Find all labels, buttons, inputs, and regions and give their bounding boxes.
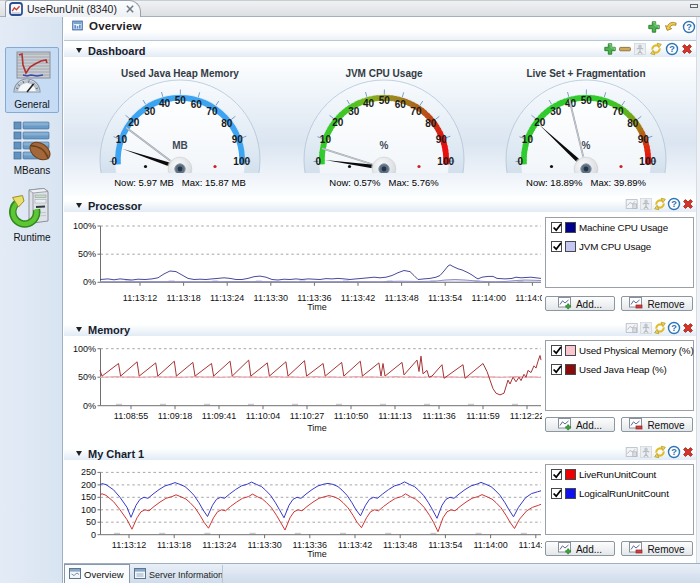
svg-text:20: 20 (534, 117, 546, 128)
svg-text:11:13:54: 11:13:54 (428, 540, 462, 550)
svg-text:0%: 0% (83, 401, 96, 411)
svg-text:90: 90 (638, 134, 650, 145)
svg-text:11:13:42: 11:13:42 (341, 293, 375, 303)
svg-text:11:13:18: 11:13:18 (157, 540, 191, 550)
svg-text:11:13:30: 11:13:30 (254, 293, 288, 303)
svg-text:100: 100 (437, 156, 454, 167)
svg-text:50: 50 (175, 95, 187, 106)
svg-text:150: 150 (81, 492, 96, 502)
svg-text:0: 0 (518, 156, 524, 167)
svg-text:50: 50 (379, 95, 391, 106)
svg-text:11:08:55: 11:08:55 (114, 411, 148, 421)
svg-text:30: 30 (144, 106, 156, 117)
svg-text:11:11:36: 11:11:36 (422, 411, 456, 421)
svg-text:11:13:42: 11:13:42 (338, 540, 372, 550)
svg-text:250: 250 (81, 467, 96, 477)
svg-text:0: 0 (91, 530, 96, 540)
svg-text:Time: Time (307, 423, 327, 433)
svg-text:60: 60 (191, 99, 203, 110)
svg-text:11:13:48: 11:13:48 (384, 293, 418, 303)
svg-text:60: 60 (597, 99, 609, 110)
svg-text:?: ? (671, 323, 677, 333)
svg-text:70: 70 (206, 106, 218, 117)
svg-text:40: 40 (363, 98, 375, 109)
svg-text:70: 70 (410, 106, 422, 117)
svg-text:?: ? (671, 447, 677, 457)
svg-text:50: 50 (581, 95, 593, 106)
svg-text:80: 80 (627, 118, 639, 129)
svg-text:60: 60 (395, 99, 407, 110)
svg-text:?: ? (671, 199, 677, 209)
svg-text:100: 100 (81, 505, 96, 515)
svg-text:11:13:12: 11:13:12 (123, 293, 157, 303)
svg-text:200: 200 (81, 480, 96, 490)
svg-text:?: ? (669, 44, 675, 54)
svg-text:100%: 100% (73, 221, 96, 231)
svg-text:%: % (380, 140, 389, 151)
svg-text:80: 80 (425, 118, 437, 129)
svg-text:11:10:27: 11:10:27 (290, 411, 324, 421)
svg-text:0: 0 (316, 156, 322, 167)
svg-text:11:13:30: 11:13:30 (247, 540, 281, 550)
svg-text:70: 70 (612, 106, 624, 117)
svg-text:100: 100 (233, 156, 250, 167)
svg-text:20: 20 (332, 117, 344, 128)
svg-text:10: 10 (522, 134, 534, 145)
svg-text:Time: Time (307, 302, 327, 312)
svg-text:11:13:18: 11:13:18 (166, 293, 200, 303)
svg-text:11:13:48: 11:13:48 (383, 540, 417, 550)
svg-text:11:13:24: 11:13:24 (210, 293, 244, 303)
svg-text:40: 40 (159, 98, 171, 109)
svg-text:11:12:22: 11:12:22 (510, 411, 542, 421)
svg-text:11:14:00: 11:14:00 (473, 540, 507, 550)
svg-text:90: 90 (436, 134, 448, 145)
svg-text:11:10:50: 11:10:50 (334, 411, 368, 421)
svg-text:11:11:13: 11:11:13 (378, 411, 412, 421)
svg-text:50%: 50% (78, 372, 96, 382)
svg-text:11:13:24: 11:13:24 (202, 540, 236, 550)
svg-text:10: 10 (116, 134, 128, 145)
svg-text:11:09:41: 11:09:41 (202, 411, 236, 421)
svg-text:100%: 100% (73, 344, 96, 354)
svg-text:11:14:06: 11:14:06 (515, 293, 542, 303)
svg-text:20: 20 (128, 117, 140, 128)
svg-text:11:10:04: 11:10:04 (246, 411, 280, 421)
svg-text:11:13:54: 11:13:54 (428, 293, 462, 303)
svg-text:10: 10 (320, 134, 332, 145)
svg-text:30: 30 (348, 106, 360, 117)
svg-text:11:11:59: 11:11:59 (466, 411, 500, 421)
svg-text:%: % (582, 140, 591, 151)
svg-text:50%: 50% (78, 249, 96, 259)
svg-text:90: 90 (232, 134, 244, 145)
svg-text:?: ? (686, 22, 692, 32)
svg-text:11:09:18: 11:09:18 (158, 411, 192, 421)
svg-text:0: 0 (112, 156, 118, 167)
svg-text:11:14:06: 11:14:06 (519, 540, 542, 550)
svg-text:50: 50 (86, 517, 96, 527)
svg-text:80: 80 (221, 118, 233, 129)
svg-text:0%: 0% (83, 277, 96, 287)
svg-text:30: 30 (550, 106, 562, 117)
svg-text:Time: Time (307, 549, 327, 559)
svg-text:100: 100 (639, 156, 656, 167)
svg-text:11:13:12: 11:13:12 (112, 540, 146, 550)
svg-text:11:14:00: 11:14:00 (472, 293, 506, 303)
svg-text:MB: MB (172, 140, 188, 151)
